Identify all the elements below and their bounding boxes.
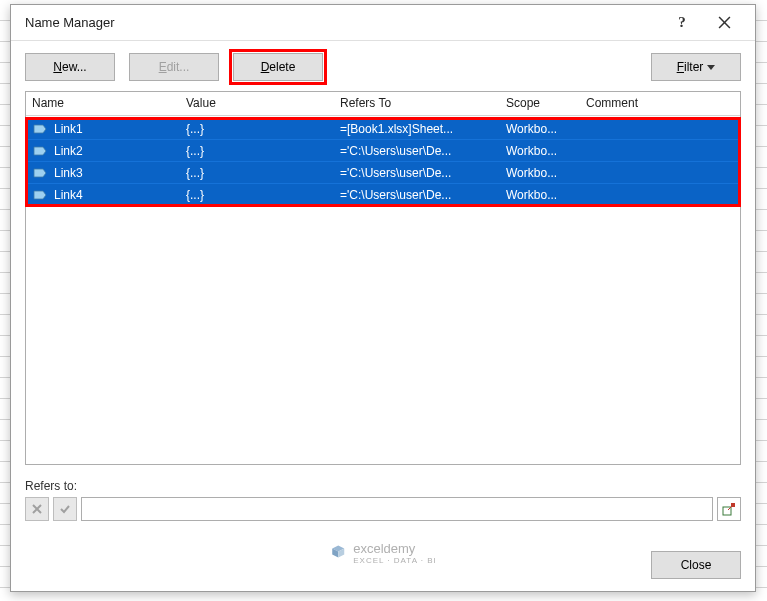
col-header-comment[interactable]: Comment xyxy=(580,92,740,115)
accept-edit-button xyxy=(53,497,77,521)
help-button[interactable]: ? xyxy=(661,8,703,38)
cell-name: Link1 xyxy=(26,122,180,136)
cell-refers: ='C:\Users\user\De... xyxy=(334,166,500,180)
cell-refers: ='C:\Users\user\De... xyxy=(334,144,500,158)
watermark-icon xyxy=(329,544,347,562)
close-icon xyxy=(718,16,731,29)
cell-value: {...} xyxy=(180,166,334,180)
cell-scope: Workbo... xyxy=(500,188,580,202)
delete-button[interactable]: Delete xyxy=(233,53,323,81)
cell-value: {...} xyxy=(180,122,334,136)
cell-name: Link3 xyxy=(26,166,180,180)
table-row[interactable]: Link2{...}='C:\Users\user\De...Workbo... xyxy=(26,140,740,162)
check-icon xyxy=(59,503,71,515)
refers-to-label: Refers to: xyxy=(25,479,741,493)
cell-value: {...} xyxy=(180,144,334,158)
col-header-value[interactable]: Value xyxy=(180,92,334,115)
x-icon xyxy=(31,503,43,515)
dialog-footer: Close xyxy=(651,551,741,579)
close-x-button[interactable] xyxy=(703,8,745,38)
filter-button[interactable]: Filter xyxy=(651,53,741,81)
col-header-name[interactable]: Name xyxy=(26,92,180,115)
cell-refers: =[Book1.xlsx]Sheet... xyxy=(334,122,500,136)
cell-refers: ='C:\Users\user\De... xyxy=(334,188,500,202)
cancel-edit-button xyxy=(25,497,49,521)
edit-button: Edit... xyxy=(129,53,219,81)
refers-to-section: Refers to: xyxy=(25,479,741,521)
name-tag-icon xyxy=(32,145,48,157)
toolbar: New... Edit... Delete Filter xyxy=(11,41,755,91)
name-tag-icon xyxy=(32,167,48,179)
titlebar: Name Manager ? xyxy=(11,5,755,41)
close-button[interactable]: Close xyxy=(651,551,741,579)
table-row[interactable]: Link3{...}='C:\Users\user\De...Workbo... xyxy=(26,162,740,184)
cell-name: Link2 xyxy=(26,144,180,158)
table-row[interactable]: Link4{...}='C:\Users\user\De...Workbo... xyxy=(26,184,740,206)
col-header-refers[interactable]: Refers To xyxy=(334,92,500,115)
names-list[interactable]: Name Value Refers To Scope Comment Link1… xyxy=(25,91,741,465)
cell-scope: Workbo... xyxy=(500,166,580,180)
cell-value: {...} xyxy=(180,188,334,202)
cell-scope: Workbo... xyxy=(500,122,580,136)
watermark: exceldemy EXCEL · DATA · BI xyxy=(329,541,437,565)
name-manager-dialog: Name Manager ? New... Edit... Delete Fil… xyxy=(10,4,756,592)
chevron-down-icon xyxy=(707,65,715,70)
refers-to-input[interactable] xyxy=(81,497,713,521)
cell-scope: Workbo... xyxy=(500,144,580,158)
collapse-icon xyxy=(722,502,736,516)
watermark-brand: exceldemy xyxy=(353,541,415,556)
watermark-tagline: EXCEL · DATA · BI xyxy=(353,556,437,565)
table-row[interactable]: Link1{...}=[Book1.xlsx]Sheet...Workbo... xyxy=(26,118,740,140)
new-button[interactable]: New... xyxy=(25,53,115,81)
col-header-scope[interactable]: Scope xyxy=(500,92,580,115)
list-header[interactable]: Name Value Refers To Scope Comment xyxy=(26,92,740,116)
cell-name: Link4 xyxy=(26,188,180,202)
name-tag-icon xyxy=(32,123,48,135)
dialog-title: Name Manager xyxy=(25,15,115,30)
collapse-dialog-button[interactable] xyxy=(717,497,741,521)
list-body-selected[interactable]: Link1{...}=[Book1.xlsx]Sheet...Workbo...… xyxy=(26,118,740,206)
name-tag-icon xyxy=(32,189,48,201)
